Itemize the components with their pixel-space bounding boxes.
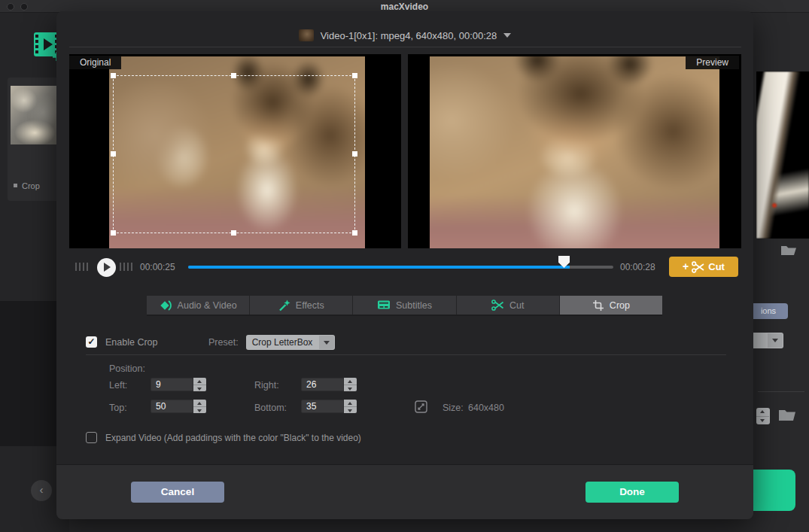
expand-video-label: Expand Video (Add paddings with the colo…: [105, 433, 361, 443]
expand-video-checkbox[interactable]: [86, 432, 97, 443]
clip-label-text: Crop: [22, 181, 40, 190]
divider: [69, 47, 741, 47]
crop-dialog: Video-1[0x1]: mpeg4, 640x480, 00:00:28 O…: [56, 11, 753, 519]
scissors-icon: [491, 299, 504, 311]
right-spinner[interactable]: [344, 378, 357, 391]
video-thumbnail-icon: [299, 29, 314, 41]
run-button[interactable]: [747, 470, 795, 511]
crop-handle-top-center[interactable]: [231, 73, 236, 78]
play-icon: [104, 263, 111, 272]
original-label: Original: [69, 56, 121, 69]
enable-crop-label: Enable Crop: [105, 337, 158, 348]
end-time: 00:00:28: [620, 262, 655, 272]
left-spinner[interactable]: [193, 378, 206, 391]
preview-label: Preview: [686, 56, 739, 69]
desktop: Crop About ‹ ions: [0, 0, 809, 532]
crop-handle-mid-right[interactable]: [352, 151, 357, 157]
preset-dropdown[interactable]: Crop LetterBox: [246, 335, 335, 350]
stepper-up[interactable]: [756, 408, 769, 415]
dropdown-button[interactable]: [768, 333, 783, 348]
bottom-input[interactable]: [301, 400, 344, 413]
divider: [86, 354, 726, 355]
crop-handle-bottom-left[interactable]: [111, 230, 116, 236]
preset-value: Crop LetterBox: [246, 335, 318, 350]
options-button[interactable]: ions: [749, 303, 788, 319]
frame-back-bars-icon[interactable]: [75, 263, 88, 271]
tab-label: Audio & Video: [178, 300, 237, 311]
spin-up-icon[interactable]: [344, 378, 357, 385]
back-button[interactable]: ‹: [31, 480, 52, 501]
spin-down-icon[interactable]: [344, 406, 357, 413]
spin-up-icon[interactable]: [193, 400, 206, 406]
tab-label: Cut: [509, 300, 524, 311]
current-time: 00:00:25: [140, 262, 175, 272]
crop-icon: [592, 299, 604, 312]
seek-bar[interactable]: [188, 266, 613, 269]
left-input[interactable]: [151, 378, 193, 391]
original-video-panel: Original: [69, 54, 401, 248]
video-selector-label: Video-1[0x1]: mpeg4, 640x480, 00:00:28: [321, 30, 497, 41]
spin-up-icon[interactable]: [193, 378, 206, 385]
left-field-label: Left:: [109, 380, 127, 391]
size-value: 640x480: [468, 403, 504, 413]
bullet-icon: [14, 184, 17, 187]
crop-handle-bottom-right[interactable]: [352, 230, 357, 236]
tab-effects[interactable]: Effects: [250, 296, 353, 315]
tab-label: Subtitles: [396, 300, 432, 311]
audio-video-icon: [160, 299, 172, 312]
dialog-footer: Cancel Done: [56, 464, 753, 519]
tab-crop[interactable]: Crop: [560, 296, 662, 315]
spin-up-icon[interactable]: [344, 400, 357, 406]
editor-tabs: Audio & Video Effects Subtitles: [147, 296, 662, 316]
scissors-icon: [692, 261, 705, 273]
spin-down-icon[interactable]: [193, 406, 206, 413]
right-field-label: Right:: [254, 380, 279, 391]
chevron-down-icon: [324, 341, 330, 345]
chevron-down-icon: [503, 33, 511, 38]
preview-video-panel: Preview: [408, 54, 741, 248]
divider: [758, 391, 804, 392]
top-input[interactable]: [151, 400, 193, 413]
done-button[interactable]: Done: [585, 482, 679, 503]
crop-handle-bottom-center[interactable]: [231, 230, 236, 236]
crop-handle-mid-left[interactable]: [111, 151, 116, 157]
stepper-down[interactable]: [756, 416, 769, 423]
tab-audio-video[interactable]: Audio & Video: [147, 296, 250, 315]
preset-label: Preset:: [208, 337, 239, 348]
output-preview-thumbnail: [756, 71, 809, 239]
video-selector[interactable]: Video-1[0x1]: mpeg4, 640x480, 00:00:28: [56, 26, 753, 44]
crop-handle-top-left[interactable]: [111, 73, 116, 78]
app-title: macXvideo: [0, 2, 809, 12]
tab-label: Crop: [610, 300, 630, 311]
frame-forward-bars-icon[interactable]: [120, 263, 132, 271]
seek-bar-fill: [188, 266, 570, 269]
enable-crop-checkbox[interactable]: ✓: [86, 336, 97, 348]
right-input[interactable]: [301, 378, 344, 391]
cut-label: Cut: [708, 261, 725, 272]
magic-wand-icon: [278, 299, 290, 312]
spin-down-icon[interactable]: [344, 385, 357, 391]
crop-selection-rect[interactable]: [113, 75, 355, 233]
check-icon: ✓: [87, 336, 95, 347]
bottom-spinner[interactable]: [344, 400, 357, 413]
browse-folder-icon[interactable]: [778, 407, 796, 421]
size-label: Size:: [443, 403, 464, 413]
subtitles-icon: [377, 299, 391, 311]
preset-dropdown-button[interactable]: [319, 336, 334, 349]
tab-cut[interactable]: Cut: [457, 296, 560, 315]
tab-subtitles[interactable]: Subtitles: [353, 296, 456, 315]
bottom-field-label: Bottom:: [254, 403, 287, 413]
right-sidebar: ions: [753, 13, 809, 532]
resize-icon: [415, 400, 427, 413]
cut-segment-button[interactable]: + Cut: [669, 257, 738, 277]
open-folder-icon[interactable]: [780, 243, 797, 257]
crop-handle-top-right[interactable]: [352, 73, 357, 78]
play-button[interactable]: [97, 258, 116, 277]
top-spinner[interactable]: [193, 400, 206, 413]
top-field-label: Top:: [109, 403, 127, 413]
options-label: ions: [761, 306, 776, 315]
cancel-button[interactable]: Cancel: [131, 482, 224, 503]
stepper-control[interactable]: [756, 408, 770, 424]
tab-label: Effects: [296, 300, 324, 311]
spin-down-icon[interactable]: [193, 385, 206, 391]
